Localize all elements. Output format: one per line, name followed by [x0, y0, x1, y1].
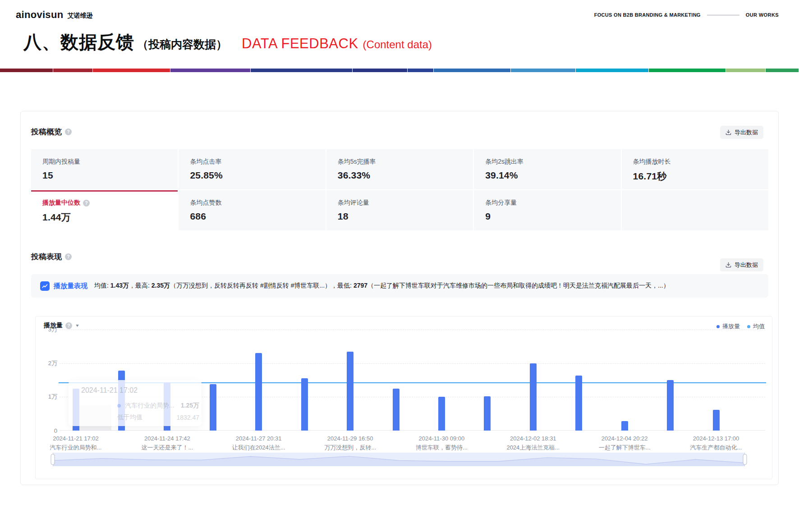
metric-cell[interactable]: 周期内投稿量15 [31, 149, 178, 189]
slide-title: 八、数据反馈 [23, 30, 134, 55]
gradient-bar-segment [649, 69, 726, 72]
bar-play-count[interactable] [438, 397, 445, 431]
bar-play-count[interactable] [484, 396, 491, 431]
brush-minimap [53, 453, 745, 466]
bar-play-count[interactable] [393, 389, 400, 431]
metric-cell[interactable]: 条均2s跳出率39.14% [474, 149, 620, 189]
x-label-video-title[interactable]: 这一天还是来了！... [141, 444, 193, 452]
gradient-bar-segment [170, 69, 250, 72]
performance-section-header: 投稿表现 ? [31, 252, 72, 262]
brush-handle-right[interactable] [743, 454, 747, 465]
x-label-video-title[interactable]: 让我们在2024法兰... [232, 444, 285, 452]
slide: ainovisun 艾诺维逊 FOCUS ON B2B BRANDING & M… [0, 0, 799, 532]
bar-play-count[interactable] [713, 410, 720, 431]
legend-dot [747, 325, 750, 328]
metric-cell[interactable]: 条均点击率25.85% [179, 149, 325, 189]
x-label-date: 2024-12-02 18:31 [506, 435, 560, 442]
metric-label: 条均2s跳出率 [485, 158, 620, 166]
metric-label: 条均播放时长 [633, 158, 768, 166]
x-label: 2024-12-02 18:312024上海法兰克福... [506, 435, 560, 452]
gradient-bar-segment [251, 69, 352, 72]
chart-plot-area: 2024-11-21 17:02 汽车行业的局势... 1.25万 低于均值 1… [60, 330, 765, 431]
tooltip-series-name: 汽车行业的局势... [125, 402, 174, 410]
gradient-bar-segment [766, 69, 799, 72]
bar-play-count[interactable] [575, 376, 582, 431]
x-label-date: 2024-11-30 09:00 [416, 435, 468, 442]
gradient-divider-bar [0, 69, 799, 72]
metric-value: 686 [190, 211, 325, 222]
play-summary-tag[interactable]: 播放量表现 [54, 282, 87, 290]
metric-label: 播放量中位数? [42, 199, 178, 207]
x-label-video-title[interactable]: 一起了解下博世车... [599, 444, 651, 452]
x-label: 2024-11-27 20:31让我们在2024法兰... [232, 435, 285, 452]
x-label-video-title[interactable]: 2024上海法兰克福... [506, 444, 560, 452]
trend-chart-icon [40, 281, 50, 291]
export-data-button-overview[interactable]: 导出数据 [720, 126, 763, 139]
help-icon[interactable]: ? [65, 128, 72, 135]
x-label: 2024-11-29 16:50万万没想到，反转... [324, 435, 376, 452]
bar-play-count[interactable] [347, 352, 354, 431]
bar-play-count[interactable] [301, 378, 308, 431]
summary-text: 均值: [94, 282, 110, 289]
bar-play-count[interactable] [530, 363, 537, 431]
x-label: 2024-11-21 17:02汽车行业的局势和... [50, 435, 102, 452]
gridline [60, 363, 765, 364]
metric-cell[interactable]: 播放量中位数?1.44万 [31, 190, 178, 230]
metric-cell[interactable]: 条均播放时长16.71秒 [622, 149, 768, 189]
y-tick-label: 0 [39, 427, 57, 434]
metric-cell[interactable]: 条均5s完播率36.33% [326, 149, 473, 189]
tooltip-value: 1.25万 [181, 402, 199, 410]
export-data-label: 导出数据 [735, 261, 758, 269]
metric-value: 25.85% [190, 170, 325, 181]
metric-cell[interactable]: 条均分享量9 [474, 190, 620, 230]
tooltip-note-row: 低于均值 1832.47 [117, 413, 199, 422]
header-our-works: OUR WORKS [746, 12, 779, 18]
overview-metrics-grid: 周期内投稿量15条均点击率25.85%条均5s完播率36.33%条均2s跳出率3… [31, 149, 768, 230]
metric-value: 39.14% [485, 170, 620, 181]
x-label-date: 2024-11-21 17:02 [50, 435, 102, 442]
bar-play-count[interactable] [255, 353, 262, 431]
play-summary-bar: 播放量表现 均值: 1.43万，最高: 2.35万（万万没想到，反转反转再反转 … [31, 274, 768, 298]
metric-label: 周期内投稿量 [42, 158, 178, 166]
metric-value: 1.44万 [42, 211, 178, 224]
x-label-video-title[interactable]: 博世车联，蓄势待... [416, 444, 468, 452]
brand-logo: ainovisun 艾诺维逊 [16, 9, 92, 21]
bar-play-count[interactable] [210, 384, 216, 431]
slide-title-en: DATA FEEDBACK [242, 36, 358, 52]
metric-value: 9 [485, 211, 620, 222]
x-label-video-title[interactable]: 汽车行业的局势和... [50, 444, 102, 452]
x-label: 2024-11-24 17:42这一天还是来了！... [141, 435, 193, 452]
chevron-down-icon[interactable]: ▼ [75, 323, 80, 328]
dashboard-card: 投稿概览 ? 导出数据 周期内投稿量15条均点击率25.85%条均5s完播率36… [20, 111, 779, 485]
x-label-video-title[interactable]: 汽车生产都自动化... [690, 444, 742, 452]
summary-number: 1.43万 [110, 282, 129, 289]
x-label: 2024-11-30 09:00博世车联，蓄势待... [416, 435, 468, 452]
x-label-video-title[interactable]: 万万没想到，反转... [324, 444, 376, 452]
brand-logo-cn: 艾诺维逊 [67, 10, 92, 20]
gradient-bar-segment [576, 69, 648, 72]
metric-cell[interactable]: 条均点赞数686 [179, 190, 325, 230]
metric-label: 条均评论量 [338, 199, 473, 207]
slide-subtitle: （投稿内容数据） [137, 37, 227, 52]
data-zoom-brush[interactable] [53, 453, 745, 466]
metric-cell-empty [622, 190, 768, 230]
export-data-label: 导出数据 [735, 128, 758, 137]
metric-cell[interactable]: 条均评论量18 [326, 190, 473, 230]
gradient-bar-segment [0, 69, 53, 72]
download-icon [726, 262, 731, 268]
overview-title: 投稿概览 [31, 127, 62, 137]
summary-text: （一起了解下博世车联对于汽车维修市场的一些布局和取得的成绩吧！明天是法兰克福汽配… [367, 282, 670, 289]
bar-play-count[interactable] [621, 421, 628, 431]
tooltip-note: 低于均值 [117, 413, 142, 422]
play-count-chart: 播放量 ? ▼ 播放量均值 2024-11-21 17:02 汽车行业的局势..… [35, 316, 772, 479]
bar-play-count[interactable] [667, 380, 674, 431]
tooltip-title: 2024-11-21 17:02 [81, 386, 138, 394]
help-icon[interactable]: ? [83, 200, 90, 206]
brush-handle-left[interactable] [51, 454, 55, 465]
header-tagline: FOCUS ON B2B BRANDING & MARKETING [594, 12, 701, 18]
help-icon[interactable]: ? [65, 253, 72, 260]
series-dot-icon [117, 404, 121, 408]
metric-value: 18 [338, 211, 473, 222]
export-data-button-performance[interactable]: 导出数据 [720, 258, 763, 271]
help-icon[interactable]: ? [65, 322, 72, 329]
